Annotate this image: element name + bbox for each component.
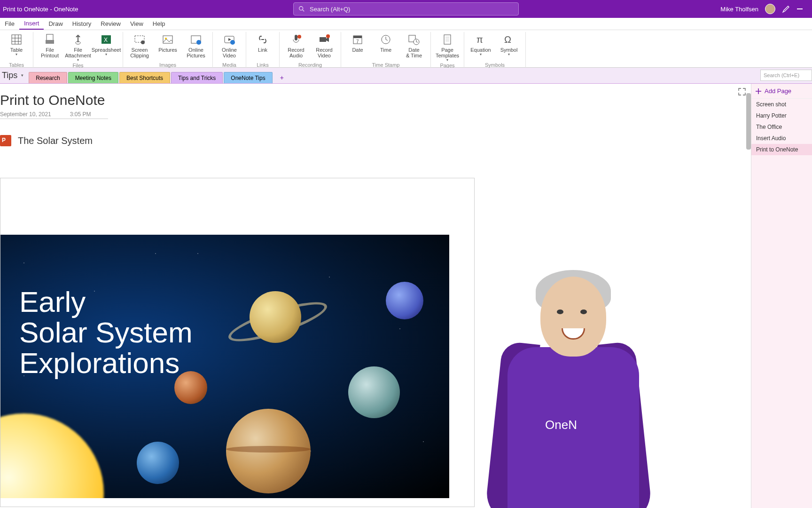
ribbon-button-label: OnlinePictures <box>187 47 205 58</box>
section-tab-tips-and-tricks[interactable]: Tips and Tricks <box>171 72 223 83</box>
ribbon-file-printout[interactable]: FilePrintout <box>36 32 63 63</box>
search-pages-placeholder: Search (Ctrl+E) <box>764 72 799 78</box>
record-audio-icon <box>289 33 303 46</box>
section-tab-best-shortcuts[interactable]: Best Shortcuts <box>119 72 170 83</box>
ribbon-record-audio[interactable]: RecordAudio <box>282 32 310 58</box>
svg-rect-16 <box>295 35 297 40</box>
minimize-button[interactable] <box>797 8 803 9</box>
section-tab-research[interactable]: Research <box>29 72 67 83</box>
slide-image: EarlySolar SystemExplorations <box>0 235 449 498</box>
ribbon-page-templates[interactable]: PageTemplates▾ <box>434 32 461 63</box>
ribbon-date[interactable]: 7Date <box>344 32 371 58</box>
coming-soon-icon[interactable] <box>782 5 790 13</box>
ribbon-link[interactable]: Link <box>249 32 276 53</box>
section-tab-onenote-tips[interactable]: OneNote Tips <box>224 72 272 83</box>
svg-rect-10 <box>163 36 172 43</box>
scrollbar-thumb[interactable] <box>746 93 751 150</box>
user-avatar[interactable] <box>765 4 775 14</box>
menu-file[interactable]: File <box>0 18 19 30</box>
menu-history[interactable]: History <box>68 18 96 30</box>
attachment[interactable]: The Solar System <box>0 135 751 146</box>
chevron-down-icon: ▾ <box>16 53 17 57</box>
add-page-button[interactable]: Add Page <box>751 84 812 99</box>
ribbon-button-label: Date& Time <box>406 47 422 58</box>
svg-point-17 <box>297 35 301 39</box>
ribbon-button-label: Link <box>258 47 267 53</box>
ribbon-time[interactable]: Time <box>372 32 399 58</box>
search-box[interactable]: Search (Alt+Q) <box>293 2 519 16</box>
page-item[interactable]: The Office <box>751 121 812 133</box>
ribbon-group-label: Media <box>222 62 236 68</box>
ribbon-pictures[interactable]: Pictures <box>154 32 181 58</box>
record-video-icon <box>318 33 331 46</box>
svg-text:X: X <box>104 37 108 43</box>
menu-help[interactable]: Help <box>148 18 170 30</box>
page-item[interactable]: Screen shot <box>751 99 812 110</box>
page-item[interactable]: Insert Audio <box>751 133 812 144</box>
ribbon-group-recording: RecordAudioRecordVideoRecording <box>280 32 341 68</box>
expand-icon[interactable] <box>738 87 746 96</box>
ribbon-button-label: Pictures <box>158 47 177 53</box>
notebook-selector[interactable]: Tips ▼ <box>0 71 29 83</box>
page-title[interactable]: Print to OneNote <box>0 84 751 108</box>
printout-frame: EarlySolar SystemExplorations <box>0 178 475 507</box>
section-bar: Tips ▼ ResearchMeeting NotesBest Shortcu… <box>0 68 812 84</box>
page-item[interactable]: Harry Potter <box>751 110 812 121</box>
svg-point-15 <box>230 40 235 45</box>
ribbon-button-label: ScreenClipping <box>130 47 149 58</box>
chevron-down-icon: ▾ <box>508 53 510 57</box>
file-attachment-icon <box>71 33 85 46</box>
window-title: Print to OneNote - OneNote <box>3 6 78 13</box>
ribbon-screen-clipping[interactable]: ScreenClipping <box>126 32 153 58</box>
ribbon-group-label: Images <box>159 62 176 68</box>
ribbon-equation[interactable]: πEquation▾ <box>467 32 494 57</box>
svg-point-0 <box>299 7 303 10</box>
ribbon-button-label: OnlineVideo <box>222 47 237 58</box>
chevron-down-icon: ▾ <box>77 58 79 63</box>
scrollbar[interactable] <box>744 84 751 508</box>
search-pages-box[interactable]: Search (Ctrl+E) <box>760 70 812 81</box>
ribbon-button-label: RecordAudio <box>288 47 304 58</box>
ribbon-group-files: FilePrintoutFileAttachment▾XSpreadsheet▾… <box>33 32 123 68</box>
ribbon-button-label: PageTemplates <box>436 47 459 58</box>
menu-draw[interactable]: Draw <box>44 18 67 30</box>
page-canvas[interactable]: Print to OneNote September 10, 2021 3:05… <box>0 84 751 508</box>
menu-insert[interactable]: Insert <box>19 18 44 30</box>
svg-point-9 <box>141 40 145 44</box>
notebook-name: Tips <box>2 71 17 80</box>
link-icon <box>256 33 269 46</box>
jupiter-graphic <box>226 409 311 493</box>
chevron-down-icon: ▾ <box>480 53 482 57</box>
ribbon-date-time[interactable]: Date& Time <box>400 32 428 58</box>
ribbon-button-label: Date <box>352 47 363 53</box>
ribbon-symbol[interactable]: ΩSymbol▾ <box>495 32 523 57</box>
page-list-pane: Add Page Screen shotHarry PotterThe Offi… <box>751 84 812 508</box>
uranus-graphic <box>348 366 400 418</box>
page-item[interactable]: Print to OneNote <box>751 144 812 155</box>
ribbon-file-attachment[interactable]: FileAttachment▾ <box>64 32 92 63</box>
add-section-button[interactable]: + <box>273 72 290 83</box>
plus-icon <box>755 88 762 95</box>
ribbon-group-media: OnlineVideoMedia <box>213 32 246 68</box>
ribbon-record-video[interactable]: RecordVideo <box>311 32 338 58</box>
ribbon-online-video[interactable]: OnlineVideo <box>216 32 243 58</box>
page-templates-icon <box>441 33 454 46</box>
chevron-down-icon: ▾ <box>105 53 107 57</box>
menu-view[interactable]: View <box>125 18 148 30</box>
time-icon <box>379 33 392 46</box>
ribbon-group-tables: Table▾Tables <box>0 32 33 68</box>
svg-rect-18 <box>320 37 326 42</box>
section-tab-meeting-notes[interactable]: Meeting Notes <box>68 72 118 83</box>
eye-graphic <box>557 310 563 314</box>
ribbon-table[interactable]: Table▾ <box>3 32 30 57</box>
title-bar: Print to OneNote - OneNote Search (Alt+Q… <box>0 0 812 18</box>
eye-graphic <box>580 310 587 314</box>
user-name[interactable]: Mike Tholfsen <box>720 6 758 13</box>
ribbon-group-label: Recording <box>298 62 322 68</box>
menu-review[interactable]: Review <box>96 18 125 30</box>
ribbon-button-label: RecordVideo <box>316 47 332 58</box>
ribbon-group-links: LinkLinks <box>246 32 280 68</box>
ribbon-spreadsheet[interactable]: XSpreadsheet▾ <box>93 32 120 63</box>
ribbon-group-images: ScreenClippingPicturesOnlinePicturesImag… <box>123 32 213 68</box>
ribbon-online-pictures[interactable]: OnlinePictures <box>182 32 210 58</box>
